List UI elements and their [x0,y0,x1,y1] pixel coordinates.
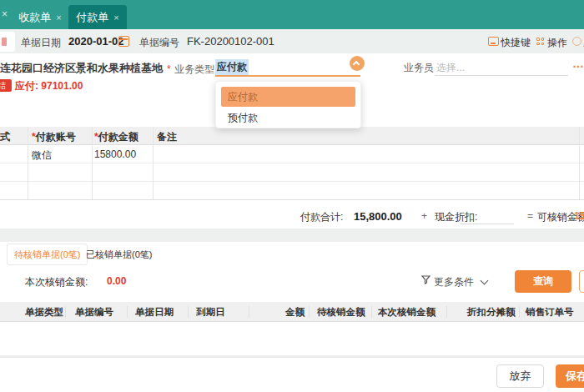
operations-icon [536,38,544,45]
cash-settle-badge: 现结 [0,79,12,92]
biz-type-field: * 业务类型 [167,61,214,77]
chevron-up-icon [353,61,360,68]
pay-account-cell[interactable]: 微信 [32,148,52,163]
payment-voucher-screen: × 收款单 × 付款单 × 单据日期 2020-01-02 单据编号 FK-20… [0,0,584,392]
operations-button[interactable]: 操作 [547,36,567,50]
chevron-down-icon [481,277,489,285]
pay-amount-cell[interactable]: 15800.00 [94,148,136,160]
column-divider [92,127,93,200]
calendar-icon[interactable] [118,36,129,47]
payment-row-3[interactable] [0,182,584,200]
col-sales-order-no: 销售订单号 [526,306,574,319]
biz-type-label: 业务类型 [174,63,214,75]
top-tab-bar: × 收款单 × 付款单 × [0,0,584,29]
doc-no-value[interactable]: FK-20200102-001 [187,35,274,48]
payment-row-1: 微信 15800.00 [0,145,584,163]
funnel-icon [421,275,430,284]
biz-type-value[interactable]: 应付款 [215,59,249,75]
prev-tab-close-icon[interactable]: × [2,8,8,20]
partial-left-button[interactable] [0,32,15,52]
plus-sign: + [421,210,427,222]
date-value[interactable]: 2020-01-02 [68,35,124,48]
biz-type-underline [215,75,360,77]
tab-payment-label: 付款单 [76,10,108,25]
salesman-label: 业务员 [404,61,434,75]
query-button[interactable]: 查询 [515,270,571,293]
table-bottom-border [0,199,584,200]
payment-row-2[interactable] [0,163,584,182]
payable-amount: 应付: 97101.00 [15,79,83,93]
history-icon [572,37,581,46]
doc-no-label: 单据编号 [139,36,179,50]
close-icon[interactable]: × [56,13,61,23]
col-pay-amount: *付款金额 [94,130,138,144]
col-pay-method: 付款方式 [0,130,10,144]
discard-button[interactable]: 放弃 [496,364,544,388]
save-button[interactable]: 保存 [556,364,584,388]
settlement-card: 待核销单据(0笔) 已核销单据(0笔) 本次核销金额: 0.00 更多条件 查询… [0,242,584,355]
cash-discount-label: 现金折扣: [435,210,477,224]
tab-pending-settle[interactable]: 待核销单据(0笔) [7,244,88,265]
partial-red-icon [2,38,7,46]
column-divider [153,127,154,200]
col-pay-account: *付款账号 [32,130,76,144]
col-doc-type: 单据类型 [25,306,63,319]
salesman-more-icon[interactable]: … [572,57,584,70]
shortcut-keys-icon [488,37,499,46]
salesman-underline [435,75,568,76]
payment-lines-table: 付款方式 *付款账号 *付款金额 备注 微信 15800.00 [0,127,584,200]
biz-type-dropdown: 应付款 预付款 [215,81,361,128]
col-amount: 金额 [285,306,305,319]
partial-reset-button[interactable] [579,270,584,293]
totals-row: 付款合计: 15,800.00 + 现金折扣: = 可核销金额 15,800.0… [0,207,584,229]
settle-amount-value: 0.00 [107,275,126,287]
col-discount-share: 折扣分摊额 [467,306,516,319]
dropdown-option-prepaid[interactable]: 预付款 [221,108,355,127]
tab-receipt-voucher[interactable]: 收款单 × [13,5,67,29]
verifiable-amount-value: 15,800.00 [574,210,584,222]
tab-payment-voucher[interactable]: 付款单 × [68,5,127,29]
column-divider [579,127,580,200]
tab-receipt-label: 收款单 [18,10,51,25]
dropdown-option-payable[interactable]: 应付款 [221,87,355,107]
equals-sign: = [527,210,533,222]
column-divider [28,127,28,200]
cash-discount-input[interactable] [461,224,514,224]
tab-done-settle[interactable]: 已核销单据(0笔) [81,244,157,265]
required-star: * [167,63,171,75]
col-due-date: 到期日 [196,306,225,319]
shortcut-keys-button[interactable]: 快捷键 [501,36,531,50]
collapse-dropdown-button[interactable] [350,56,365,71]
pay-total-value: 15,800.00 [354,210,402,223]
col-settle-amount: 本次核销金额 [378,306,435,319]
payment-form-card: 连花园口经济区景和水果种植基地 … * 业务类型 应付款 业务员 选择... …… [0,53,584,229]
footer-action-bar: 放弃 保存 [0,357,584,392]
salesman-select-input[interactable]: 选择... [436,61,465,75]
col-note: 备注 [157,130,177,144]
settle-table-header: 单据类型 单据编号 单据日期 到期日 金额 待核销金额 本次核销金额 折扣分摊额… [0,302,584,322]
col-pending-amount: 待核销金额 [317,306,365,319]
supplier-more-icon[interactable]: … [129,58,141,71]
col-doc-date: 单据日期 [135,306,174,319]
date-label: 单据日期 [21,36,61,50]
pay-total-label: 付款合计: [300,210,343,224]
close-icon[interactable]: × [113,13,118,23]
voucher-toolbar: 单据日期 2020-01-02 单据编号 FK-20200102-001 快捷键… [0,29,584,53]
payment-table-header: 付款方式 *付款账号 *付款金额 备注 [0,127,584,145]
more-filters-button[interactable]: 更多条件 [434,275,474,289]
settle-amount-label: 本次核销金额: [25,275,88,289]
col-doc-no: 单据编号 [75,306,113,319]
